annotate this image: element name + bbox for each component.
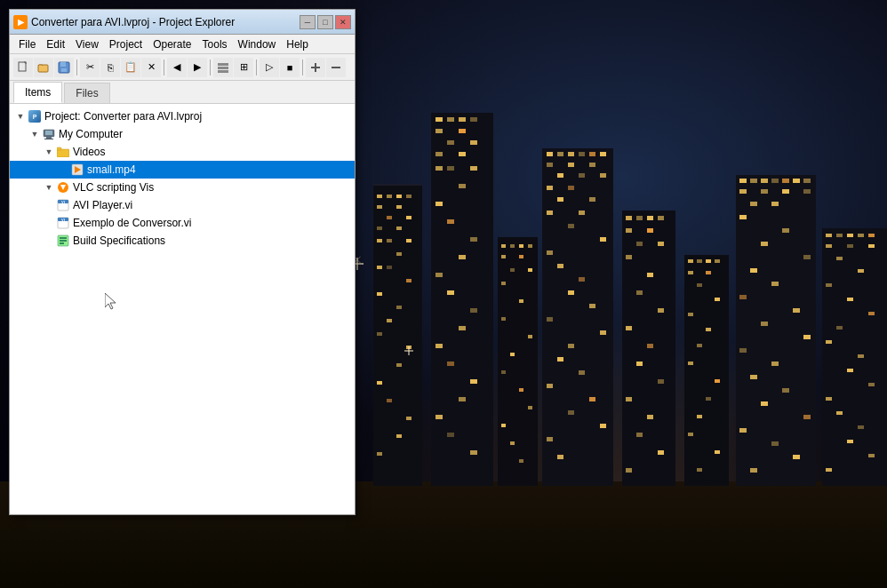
toolbar-cut[interactable]: ✂ (80, 58, 100, 77)
computer-icon (42, 127, 56, 141)
computer-label: My Computer (59, 128, 123, 140)
toolbar-view1[interactable] (213, 58, 233, 77)
toolbar-sep1 (76, 60, 77, 75)
svg-rect-28 (60, 237, 67, 239)
menu-edit[interactable]: Edit (41, 36, 70, 52)
svg-text:VI: VI (61, 200, 65, 204)
toolbar-sep3 (210, 60, 211, 75)
tab-bar: Items Files (10, 81, 355, 104)
videos-label: Videos (73, 146, 105, 158)
tree-item-vlc[interactable]: ▼ VLC scripting Vis (10, 179, 355, 196)
project-label: Project: Converter para AVI.lvproj (44, 110, 202, 123)
toolbar-paste[interactable]: 📋 (121, 58, 140, 77)
svg-rect-1 (38, 65, 48, 72)
menu-project[interactable]: Project (104, 36, 148, 52)
toolbar: ✂ ⎘ 📋 ✕ ◀ ▶ ⊞ ▷ ■ (10, 54, 355, 81)
tree-item-computer[interactable]: ▼ My Computer (10, 125, 355, 143)
toolbar-stop[interactable]: ■ (280, 58, 300, 77)
expand-icon-computer[interactable]: ▼ (28, 127, 42, 141)
vi-icon-avi: VI (56, 198, 70, 212)
menu-view[interactable]: View (70, 36, 104, 52)
title-bar: ▶ Converter para AVI.lvproj - Project Ex… (10, 10, 355, 35)
toolbar-sep4 (256, 60, 257, 75)
app-icon: ▶ (13, 15, 28, 29)
menu-bar: File Edit View Project Operate Tools Win… (10, 35, 355, 54)
toolbar-save[interactable] (54, 58, 74, 77)
svg-rect-16 (57, 147, 61, 150)
toolbar-remove[interactable] (326, 58, 346, 77)
svg-rect-29 (60, 240, 67, 242)
tree-item-avi-player[interactable]: VI AVI Player.vi (10, 196, 355, 214)
svg-rect-7 (218, 70, 228, 73)
conversor-label: Exemplo de Conversor.vi (73, 217, 191, 229)
project-icon: P (28, 109, 42, 123)
svg-rect-13 (46, 137, 52, 139)
svg-rect-14 (44, 139, 53, 139)
toolbar-back[interactable]: ◀ (167, 58, 187, 77)
tree-item-build[interactable]: Build Specifications (10, 232, 355, 250)
vi-icon-conversor: VI (56, 216, 70, 230)
menu-help[interactable]: Help (281, 36, 314, 52)
videos-folder-icon (56, 145, 70, 159)
tree-item-project[interactable]: ▼ P Project: Converter para AVI.lvproj (10, 107, 355, 125)
menu-file[interactable]: File (13, 36, 41, 52)
menu-window[interactable]: Window (233, 36, 282, 52)
window-title: Converter para AVI.lvproj - Project Expl… (31, 16, 300, 28)
close-button[interactable]: ✕ (335, 15, 351, 29)
svg-rect-6 (218, 67, 228, 69)
expand-icon-vlc[interactable]: ▼ (42, 180, 56, 195)
toolbar-open[interactable] (34, 58, 53, 77)
svg-text:VI: VI (61, 218, 65, 222)
toolbar-forward[interactable]: ▶ (188, 58, 207, 77)
svg-rect-4 (61, 68, 67, 72)
svg-rect-15 (57, 149, 69, 157)
tree-item-conversor[interactable]: VI Exemplo de Conversor.vi (10, 214, 355, 232)
title-bar-controls: ─ □ ✕ (300, 15, 351, 29)
menu-tools[interactable]: Tools (197, 36, 233, 52)
toolbar-view2[interactable]: ⊞ (234, 58, 253, 77)
small-mp4-label: small.mp4 (87, 163, 136, 176)
toolbar-sep2 (164, 60, 164, 75)
vlc-label: VLC scripting Vis (73, 181, 154, 194)
toolbar-add[interactable] (306, 58, 325, 77)
maximize-button[interactable]: □ (317, 15, 333, 29)
minimize-button[interactable]: ─ (300, 15, 316, 29)
avi-player-label: AVI Player.vi (73, 199, 132, 211)
tab-items[interactable]: Items (13, 82, 62, 103)
tab-files[interactable]: Files (64, 83, 109, 103)
expand-icon-project[interactable]: ▼ (13, 109, 28, 123)
toolbar-sep5 (302, 60, 303, 75)
tree-item-small-mp4[interactable]: small.mp4 (10, 161, 355, 179)
svg-rect-30 (60, 242, 64, 244)
svg-rect-3 (60, 62, 66, 67)
explorer-window: ▶ Converter para AVI.lvproj - Project Ex… (9, 9, 356, 515)
build-label: Build Specifications (73, 234, 165, 247)
toolbar-copy[interactable]: ⎘ (100, 58, 120, 77)
toolbar-new[interactable] (13, 58, 33, 77)
toolbar-delete[interactable]: ✕ (141, 58, 161, 77)
toolbar-run[interactable]: ▷ (260, 58, 279, 77)
tree-panel[interactable]: ▼ P Project: Converter para AVI.lvproj ▼… (10, 104, 355, 514)
video-file-icon (70, 163, 84, 177)
vlc-icon (56, 180, 70, 195)
svg-rect-0 (19, 62, 26, 71)
build-icon (56, 234, 70, 248)
svg-rect-12 (45, 131, 52, 135)
expand-icon-videos[interactable]: ▼ (42, 145, 56, 159)
svg-rect-5 (218, 63, 228, 66)
menu-operate[interactable]: Operate (148, 36, 196, 52)
tree-item-videos[interactable]: ▼ Videos (10, 143, 355, 161)
